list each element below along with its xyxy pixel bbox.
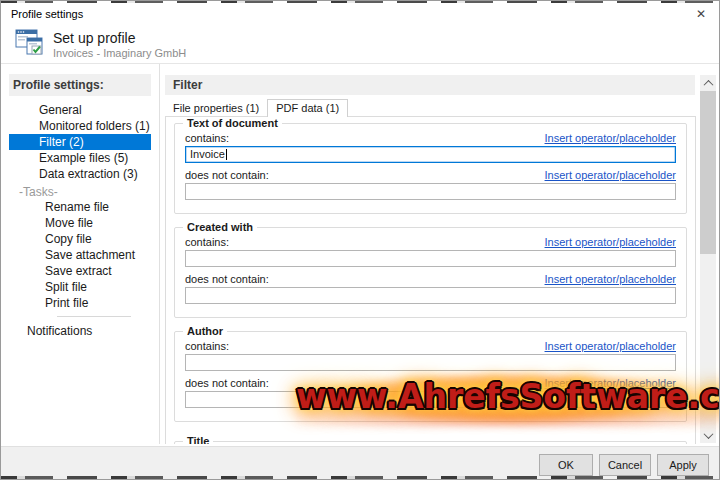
tab-file-properties-1[interactable]: File properties (1) <box>165 101 267 116</box>
tab-strip: File properties (1)PDF data (1) <box>165 99 696 116</box>
insert-operator-link[interactable]: Insert operator/placeholder <box>545 132 676 144</box>
ok-button[interactable]: OK <box>539 454 593 476</box>
group-title: Titlecontains:Insert operator/placeholde… <box>174 441 687 444</box>
window-title: Profile settings <box>11 8 83 20</box>
author-contains-input[interactable] <box>185 354 676 371</box>
page-subtitle: Invoices - Imaginary GmbH <box>53 47 186 59</box>
sidebar-item-filter-2[interactable]: Filter (2) <box>9 134 151 150</box>
title-bar: Profile settings ✕ <box>1 3 719 25</box>
input-value: Invoice <box>190 148 225 161</box>
field-label: does not contain: <box>185 273 269 285</box>
insert-operator-link[interactable]: Insert operator/placeholder <box>545 273 676 285</box>
field-row: does not contain:Insert operator/placeho… <box>185 272 676 285</box>
field-row: contains:Insert operator/placeholder <box>185 131 676 144</box>
group-legend: Created with <box>183 221 257 233</box>
sidebar-item-notifications[interactable]: Notifications <box>9 322 151 339</box>
field-label: contains: <box>185 340 229 352</box>
app-header: Set up profile Invoices - Imaginary GmbH <box>1 25 719 63</box>
page-title: Set up profile <box>53 30 136 46</box>
insert-operator-link[interactable]: Insert operator/placeholder <box>545 340 676 352</box>
profile-setup-icon <box>15 29 45 59</box>
filter-panel: Filter File properties (1)PDF data (1) T… <box>159 64 719 444</box>
sidebar-bottom: Notifications <box>1 322 159 339</box>
sidebar: Profile settings: GeneralMonitored folde… <box>1 64 159 444</box>
field-label: contains: <box>185 236 229 248</box>
field-row: contains:Insert operator/placeholder <box>185 339 676 352</box>
sidebar-item-rename-file[interactable]: Rename file <box>9 199 151 215</box>
sidebar-item-data-extraction-3[interactable]: Data extraction (3) <box>9 166 151 182</box>
sidebar-header: Profile settings: <box>9 74 151 96</box>
field-label: contains: <box>185 132 229 144</box>
dialog-footer: OKCancelApply <box>1 446 719 479</box>
tab-content: Text of documentcontains:Insert operator… <box>165 116 696 444</box>
profile-settings-dialog: Profile settings ✕ Set up profile Invoic… <box>0 0 720 480</box>
group-legend: Text of document <box>183 117 282 129</box>
group-legend: Title <box>183 435 213 444</box>
field-label: does not contain: <box>185 377 269 389</box>
sidebar-item-example-files-5[interactable]: Example files (5) <box>9 150 151 166</box>
insert-operator-link[interactable]: Insert operator/placeholder <box>545 377 676 389</box>
scroll-up-icon[interactable] <box>700 75 716 91</box>
sidebar-item-general[interactable]: General <box>9 102 151 118</box>
scrollbar-thumb[interactable] <box>700 91 716 254</box>
field-row: does not contain:Insert operator/placeho… <box>185 376 676 389</box>
close-icon[interactable]: ✕ <box>689 5 713 23</box>
insert-operator-link[interactable]: Insert operator/placeholder <box>545 169 676 181</box>
sidebar-nav: GeneralMonitored folders (1)Filter (2)Ex… <box>1 102 159 182</box>
sidebar-item-monitored-folders-1[interactable]: Monitored folders (1) <box>9 118 151 134</box>
sidebar-separator <box>57 316 131 317</box>
field-label: does not contain: <box>185 169 269 181</box>
field-row: contains:Insert operator/placeholder <box>185 235 676 248</box>
field-row: does not contain:Insert operator/placeho… <box>185 168 676 181</box>
sidebar-item-split-file[interactable]: Split file <box>9 279 151 295</box>
sidebar-tasks: Rename fileMove fileCopy fileSave attach… <box>1 199 159 311</box>
vertical-scrollbar[interactable] <box>700 75 716 443</box>
sidebar-item-move-file[interactable]: Move file <box>9 215 151 231</box>
tasks-section-label: -Tasks- <box>1 182 159 199</box>
insert-operator-link[interactable]: Insert operator/placeholder <box>545 236 676 248</box>
text-of-document-contains-input[interactable]: Invoice <box>185 146 676 163</box>
sidebar-item-save-extract[interactable]: Save extract <box>9 263 151 279</box>
group-created-with: Created withcontains:Insert operator/pla… <box>174 227 687 318</box>
apply-button[interactable]: Apply <box>657 454 709 476</box>
tab-pdf-data-1[interactable]: PDF data (1) <box>267 99 348 117</box>
created-with-contains-input[interactable] <box>185 250 676 267</box>
cancel-button[interactable]: Cancel <box>599 454 651 476</box>
sidebar-item-print-file[interactable]: Print file <box>9 295 151 311</box>
text-caret <box>226 149 227 160</box>
sidebar-item-save-attachment[interactable]: Save attachment <box>9 247 151 263</box>
section-title: Filter <box>165 75 695 95</box>
sidebar-item-copy-file[interactable]: Copy file <box>9 231 151 247</box>
group-text-of-document: Text of documentcontains:Insert operator… <box>174 123 687 214</box>
scroll-down-icon[interactable] <box>700 427 716 443</box>
group-author: Authorcontains:Insert operator/placehold… <box>174 331 687 422</box>
author-does-not-contain-input[interactable] <box>185 391 676 408</box>
created-with-does-not-contain-input[interactable] <box>185 287 676 304</box>
text-of-document-does-not-contain-input[interactable] <box>185 183 676 200</box>
group-legend: Author <box>183 325 227 337</box>
